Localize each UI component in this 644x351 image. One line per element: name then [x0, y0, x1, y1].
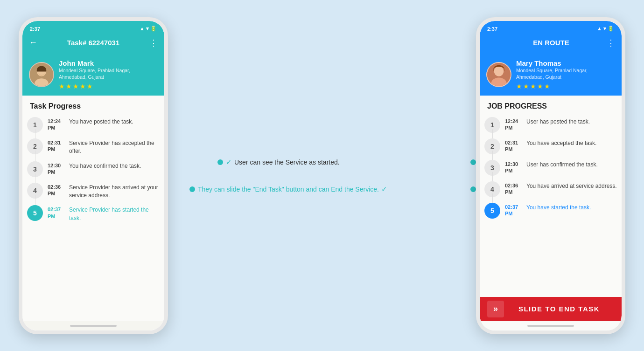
- right-step-circle-3: 3: [484, 160, 500, 176]
- right-step-desc-1: User has posted the task.: [526, 117, 617, 126]
- right-step-time-2: 02:31PM: [505, 138, 522, 153]
- left-step-4: 4 02:36PM Service Provider has arrived a…: [27, 180, 160, 203]
- check-icon-top: ✓: [226, 158, 232, 166]
- ann-top-line-left: [168, 162, 215, 162]
- right-step-desc-2: You have accepted the task.: [526, 138, 617, 147]
- right-stars: ★ ★ ★ ★ ★: [516, 83, 615, 90]
- ann-bot-line-right: [390, 189, 468, 189]
- ann-top-dot-right: [470, 159, 476, 165]
- right-section-title: JOB PROGRESS: [480, 96, 622, 114]
- left-profile-info: John Mark Mondeal Square, Prahlad Nagar,…: [59, 59, 158, 90]
- left-profile-section: John Mark Mondeal Square, Prahlad Nagar,…: [22, 55, 164, 96]
- left-step-time-3: 12:30PM: [48, 161, 64, 176]
- left-header-title: Task# 62247031: [37, 39, 149, 47]
- right-profile-name: Mary Thomas: [516, 59, 615, 67]
- left-step-5: 5 02:37PM Service Provider has started t…: [27, 202, 160, 225]
- left-step-circle-4: 4: [27, 183, 43, 199]
- left-profile-address-2: Ahmedabad, Gujarat: [59, 74, 158, 81]
- annotation-bottom-container: They can slide the "End Task" button and…: [168, 185, 476, 193]
- annotation-bottom-text: They can slide the "End Task" button and…: [198, 186, 379, 193]
- left-status-bar: 2:37 ▲ ▾ 🔋: [22, 21, 164, 34]
- slide-to-end-task-button[interactable]: » SLIDE TO END TASK: [480, 297, 622, 321]
- left-step-time-4: 02:36PM: [48, 183, 64, 197]
- right-step-desc-3: User has confirmed the task.: [526, 160, 617, 169]
- right-step-circle-4: 4: [484, 181, 500, 197]
- right-step-2: 2 02:31PM You have accepted the task.: [484, 136, 617, 157]
- right-profile-address-2: Ahmedabad, Gujarat: [516, 74, 615, 81]
- right-status-icons: ▲ ▾ 🔋: [597, 26, 614, 32]
- right-profile-info: Mary Thomas Mondeal Square, Prahlad Naga…: [516, 59, 615, 90]
- ann-top-dot-left: [217, 159, 223, 165]
- left-step-circle-2: 2: [27, 138, 43, 154]
- right-step-time-5: 02:37PM: [505, 203, 522, 217]
- ann-top-content: ✓ User can see the Service as started.: [226, 158, 340, 166]
- slide-btn-label: SLIDE TO END TASK: [504, 305, 614, 313]
- left-step-circle-1: 1: [27, 117, 43, 133]
- right-step-circle-1: 1: [484, 117, 500, 133]
- right-step-3: 3 12:30PM User has confirmed the task.: [484, 157, 617, 179]
- slide-chevron-icon: »: [487, 301, 504, 317]
- left-step-circle-3: 3: [27, 161, 43, 177]
- right-status-bar: 2:37 ▲ ▾ 🔋: [480, 21, 622, 34]
- left-home-indicator: [22, 321, 164, 330]
- left-phone: 2:37 ▲ ▾ 🔋 ← Task# 62247031 ⋮: [19, 17, 168, 334]
- right-step-time-4: 02:36PM: [505, 181, 522, 196]
- left-profile-address-1: Mondeal Square, Prahlad Nagar,: [59, 67, 158, 74]
- ann-bot-line-left: [168, 189, 187, 189]
- ann-top-line-right: [343, 162, 468, 162]
- left-stars: ★ ★ ★ ★ ★: [59, 83, 158, 90]
- right-step-desc-4: You have arrived at service address.: [526, 181, 617, 190]
- left-step-desc-3: You have confirmed the task.: [69, 161, 160, 170]
- right-content: JOB PROGRESS 1 12:24PM User has posted t…: [480, 96, 622, 297]
- left-step-time-1: 12:24PM: [48, 117, 64, 131]
- right-phone: 2:37 ▲ ▾ 🔋 EN ROUTE ⋮: [476, 17, 625, 334]
- middle-annotations: ✓ User can see the Service as started. T…: [168, 158, 476, 193]
- left-step-1: 1 12:24PM You have posted the task.: [27, 114, 160, 136]
- ann-bot-dot-left: [189, 186, 195, 192]
- left-profile-name: John Mark: [59, 59, 158, 67]
- left-avatar: [29, 62, 54, 87]
- annotation-top-container: ✓ User can see the Service as started.: [168, 158, 476, 166]
- right-timeline: 1 12:24PM User has posted the task. 2 02…: [480, 114, 622, 297]
- left-step-time-5: 02:37PM: [48, 205, 64, 220]
- left-step-time-2: 02:31PM: [48, 138, 64, 153]
- left-status-icons: ▲ ▾ 🔋: [140, 26, 157, 32]
- left-back-button[interactable]: ←: [29, 38, 37, 48]
- scene: 2:37 ▲ ▾ 🔋 ← Task# 62247031 ⋮: [0, 0, 644, 351]
- ann-bot-content: They can slide the "End Task" button and…: [198, 185, 387, 193]
- left-section-title: Task Progress: [22, 96, 164, 114]
- left-home-bar: [70, 325, 117, 327]
- left-time: 2:37: [30, 26, 40, 32]
- right-home-bar: [527, 325, 574, 327]
- right-time: 2:37: [487, 26, 497, 32]
- right-menu-button[interactable]: ⋮: [607, 38, 615, 48]
- right-step-circle-5: 5: [484, 203, 500, 219]
- left-step-desc-4: Service Provider has arrived at your ser…: [69, 183, 160, 200]
- right-step-1: 1 12:24PM User has posted the task.: [484, 114, 617, 136]
- right-header-title: EN ROUTE: [496, 39, 607, 47]
- left-menu-button[interactable]: ⋮: [149, 38, 158, 48]
- right-step-time-3: 12:30PM: [505, 160, 522, 174]
- left-content: Task Progress 1 12:24PM You have posted …: [22, 96, 164, 321]
- left-timeline: 1 12:24PM You have posted the task. 2 02…: [22, 114, 164, 321]
- ann-bot-dot-right: [470, 186, 476, 192]
- left-header: ← Task# 62247031 ⋮: [22, 34, 164, 55]
- check-icon-bottom: ✓: [381, 185, 387, 193]
- right-profile-section: Mary Thomas Mondeal Square, Prahlad Naga…: [480, 55, 622, 96]
- right-profile-address-1: Mondeal Square, Prahlad Nagar,: [516, 67, 615, 74]
- left-step-3: 3 12:30PM You have confirmed the task.: [27, 158, 160, 180]
- right-step-time-1: 12:24PM: [505, 117, 522, 131]
- left-step-desc-1: You have posted the task.: [69, 117, 160, 126]
- right-step-circle-2: 2: [484, 138, 500, 154]
- right-step-5: 5 02:37PM You have started the task.: [484, 200, 617, 221]
- right-avatar: [486, 62, 511, 87]
- annotation-top-text: User can see the Service as started.: [234, 158, 340, 166]
- right-step-desc-5: You have started the task.: [526, 203, 617, 212]
- left-step-2: 2 02:31PM Service Provider has accepted …: [27, 136, 160, 158]
- left-step-desc-5: Service Provider has started the task.: [69, 205, 160, 222]
- left-step-desc-2: Service Provider has accepted the offer.: [69, 138, 160, 156]
- left-step-circle-5: 5: [27, 205, 43, 221]
- right-step-4: 4 02:36PM You have arrived at service ad…: [484, 179, 617, 200]
- right-header: EN ROUTE ⋮: [480, 34, 622, 55]
- right-home-indicator: [480, 321, 622, 330]
